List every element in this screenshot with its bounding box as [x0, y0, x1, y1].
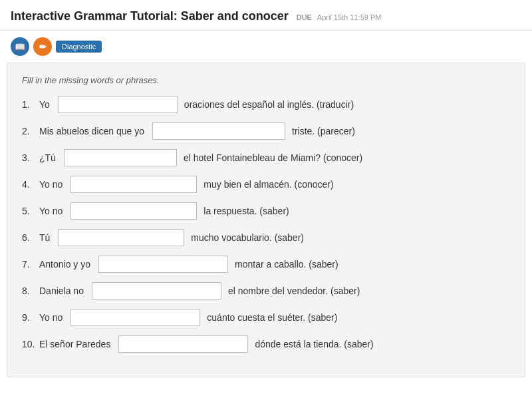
answer-input-6[interactable] — [58, 229, 184, 246]
question-suffix: el nombre del vendedor. (saber) — [228, 286, 360, 296]
question-number: 5. — [22, 206, 37, 216]
question-suffix: oraciones del español al inglés. (traduc… — [184, 99, 354, 110]
instructions: Fill in the missing words or phrases. — [22, 75, 510, 85]
icon-btn-1[interactable]: 📖 — [11, 37, 29, 56]
answer-input-1[interactable] — [58, 96, 178, 113]
question-list: 1.Yooraciones del español al inglés. (tr… — [22, 96, 510, 353]
toolbar: 📖 ✏ Diagnostic — [0, 31, 532, 63]
question-item: 10.El señor Paredesdónde está la tienda.… — [22, 335, 510, 353]
answer-input-7[interactable] — [98, 256, 228, 273]
question-prefix: Yo — [39, 99, 50, 110]
question-item: 3.¿Túel hotel Fontainebleau de Miami? (c… — [22, 149, 510, 166]
question-number: 7. — [22, 259, 37, 270]
question-number: 1. — [22, 99, 37, 110]
due-date: April 15th 11:59 PM — [317, 13, 382, 21]
question-prefix: Antonio y yo — [39, 259, 90, 270]
question-prefix: Tú — [39, 232, 50, 243]
page-header: Interactive Grammar Tutorial: Saber and … — [0, 0, 532, 31]
question-prefix: Yo no — [39, 312, 63, 323]
question-number: 3. — [22, 152, 37, 163]
question-number: 8. — [22, 286, 37, 296]
question-item: 4.Yo nomuy bien el almacén. (conocer) — [22, 176, 510, 193]
question-number: 6. — [22, 232, 37, 243]
question-suffix: montar a caballo. (saber) — [235, 259, 338, 270]
question-prefix: El señor Paredes — [39, 339, 110, 349]
question-item: 9.Yo nocuánto cuesta el suéter. (saber) — [22, 309, 510, 326]
question-prefix: Mis abuelos dicen que yo — [39, 126, 144, 136]
question-suffix: muy bien el almacén. (conocer) — [203, 179, 333, 190]
question-item: 5.Yo nola respuesta. (saber) — [22, 202, 510, 220]
answer-input-8[interactable] — [92, 282, 221, 300]
question-item: 8.Daniela noel nombre del vendedor. (sab… — [22, 282, 510, 300]
question-number: 10. — [22, 339, 37, 349]
answer-input-3[interactable] — [64, 149, 177, 166]
due-label: DUE — [297, 13, 312, 21]
question-item: 2.Mis abuelos dicen que yotriste. (parec… — [22, 122, 510, 140]
question-item: 7.Antonio y yomontar a caballo. (saber) — [22, 256, 510, 273]
question-suffix: cuánto cuesta el suéter. (saber) — [207, 312, 337, 323]
question-prefix: Yo no — [39, 179, 63, 190]
content-area: Fill in the missing words or phrases. 1.… — [7, 63, 525, 377]
icon-btn-2[interactable]: ✏ — [33, 37, 52, 56]
question-number: 2. — [22, 126, 37, 136]
pencil-icon: ✏ — [39, 42, 47, 52]
question-item: 6.Túmucho vocabulario. (saber) — [22, 229, 510, 246]
question-prefix: Daniela no — [39, 286, 84, 296]
answer-input-4[interactable] — [70, 176, 197, 193]
diagnostic-badge: Diagnostic — [56, 41, 102, 53]
question-item: 1.Yooraciones del español al inglés. (tr… — [22, 96, 510, 113]
question-prefix: ¿Tú — [39, 152, 56, 163]
question-suffix: mucho vocabulario. (saber) — [191, 232, 304, 243]
page-title: Interactive Grammar Tutorial: Saber and … — [11, 9, 289, 23]
answer-input-10[interactable] — [118, 335, 248, 353]
question-number: 4. — [22, 179, 37, 190]
question-prefix: Yo no — [39, 206, 63, 216]
answer-input-5[interactable] — [70, 202, 197, 220]
question-suffix: dónde está la tienda. (saber) — [255, 339, 373, 349]
question-number: 9. — [22, 312, 37, 323]
answer-input-9[interactable] — [70, 309, 200, 326]
answer-input-2[interactable] — [152, 122, 285, 140]
question-suffix: la respuesta. (saber) — [203, 206, 289, 216]
question-suffix: el hotel Fontainebleau de Miami? (conoce… — [184, 152, 362, 163]
book-icon: 📖 — [15, 42, 25, 52]
question-suffix: triste. (parecer) — [292, 126, 355, 136]
